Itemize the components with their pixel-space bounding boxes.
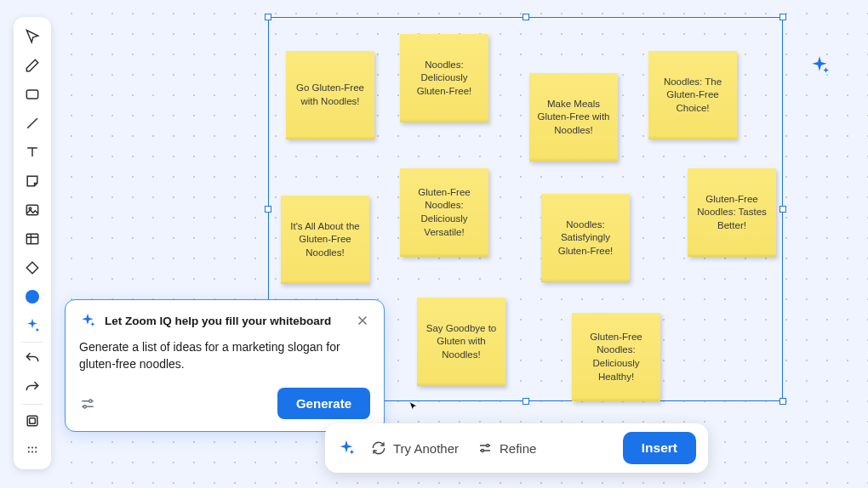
undo-icon — [24, 350, 41, 367]
line-tool[interactable] — [17, 109, 48, 138]
svg-rect-3 — [26, 234, 37, 244]
svg-rect-5 — [30, 418, 36, 424]
sticky-note[interactable]: Make Meals Gluten-Free with Noodles! — [529, 73, 618, 162]
sticky-note[interactable]: Gluten-Free Noodles: Deliciously Healthy… — [572, 313, 660, 401]
resize-handle-ml[interactable] — [265, 206, 271, 213]
pointer-icon — [24, 28, 41, 45]
more-icon — [24, 441, 41, 458]
svg-point-10 — [31, 451, 33, 453]
svg-point-8 — [35, 447, 37, 449]
rectangle-icon — [24, 86, 41, 103]
rectangle-tool[interactable] — [17, 80, 48, 109]
svg-point-6 — [28, 447, 30, 449]
ai-prompt-text[interactable]: Generate a list of ideas for a marketing… — [79, 339, 370, 372]
pencil-tool[interactable] — [17, 51, 48, 80]
svg-point-14 — [486, 445, 488, 447]
resize-handle-tm[interactable] — [523, 14, 529, 20]
refine-button[interactable]: Refine — [474, 435, 540, 461]
tool-toolbar — [14, 17, 51, 469]
diamond-icon — [24, 259, 41, 276]
ai-sparkle-indicator[interactable] — [808, 54, 831, 80]
sliders-icon — [477, 440, 493, 456]
image-icon — [24, 201, 41, 218]
svg-point-15 — [481, 450, 483, 452]
separator — [22, 404, 43, 405]
sticky-text: Noodles: Satisfyingly Gluten-Free! — [548, 218, 623, 258]
ai-action-bar: Try Another Refine Insert — [325, 423, 708, 473]
sticky-note[interactable]: Say Goodbye to Gluten with Noodles! — [417, 298, 505, 386]
undo-tool[interactable] — [17, 344, 48, 373]
sparkle-icon — [808, 54, 831, 77]
sticky-text: Make Meals Gluten-Free with Noodles! — [536, 98, 611, 138]
sparkle-icon — [337, 439, 356, 457]
generate-button[interactable]: Generate — [277, 388, 370, 419]
resize-handle-mr[interactable] — [779, 206, 786, 213]
sticky-text: Gluten-Free Noodles: Tastes Better! — [694, 193, 769, 233]
sticky-text: Gluten-Free Noodles: Deliciously Healthy… — [579, 331, 654, 383]
settings-icon[interactable] — [79, 395, 96, 412]
refresh-icon — [371, 440, 386, 456]
sticky-note[interactable]: Noodles: Deliciously Gluten-Free! — [400, 34, 488, 122]
text-tool[interactable] — [17, 138, 48, 167]
svg-point-13 — [83, 405, 86, 407]
fill-color-tool[interactable] — [17, 282, 48, 311]
redo-icon — [24, 379, 41, 396]
sparkle-icon — [24, 317, 41, 334]
sticky-note[interactable]: Gluten-Free Noodles: Tastes Better! — [688, 168, 776, 257]
frame-tool[interactable] — [17, 406, 48, 435]
table-icon — [24, 230, 41, 247]
svg-rect-1 — [26, 205, 37, 215]
sticky-text: Noodles: Deliciously Gluten-Free! — [407, 59, 482, 99]
color-dot-icon — [26, 290, 39, 304]
svg-point-11 — [35, 451, 37, 453]
sticky-tool[interactable] — [17, 167, 48, 196]
sticky-note[interactable]: Noodles: The Gluten-Free Choice! — [648, 51, 737, 139]
redo-tool[interactable] — [17, 373, 48, 402]
diamond-tool[interactable] — [17, 253, 48, 282]
image-tool[interactable] — [17, 196, 48, 224]
pencil-icon — [24, 57, 41, 74]
try-another-button[interactable]: Try Another — [368, 435, 462, 461]
more-tool[interactable] — [17, 435, 48, 464]
svg-point-9 — [28, 451, 30, 453]
frame-icon — [24, 412, 41, 429]
ai-panel-title: Let Zoom IQ help you fill your whiteboar… — [105, 315, 346, 327]
insert-button[interactable]: Insert — [623, 432, 696, 464]
pointer-tool[interactable] — [17, 22, 48, 51]
text-icon — [24, 144, 41, 161]
sparkle-icon — [79, 312, 96, 329]
try-another-label: Try Another — [393, 441, 459, 456]
sticky-note[interactable]: Gluten-Free Noodles: Deliciously Versati… — [400, 168, 488, 257]
line-icon — [24, 115, 41, 132]
sticky-icon — [24, 173, 41, 190]
sticky-note[interactable]: Noodles: Satisfyingly Gluten-Free! — [541, 194, 630, 282]
svg-point-12 — [89, 400, 92, 402]
sticky-text: Gluten-Free Noodles: Deliciously Versati… — [407, 186, 482, 239]
ai-assist-panel: Let Zoom IQ help you fill your whiteboar… — [65, 299, 385, 432]
resize-handle-bm[interactable] — [523, 398, 529, 405]
sticky-text: Noodles: The Gluten-Free Choice! — [655, 76, 730, 116]
sticky-text: Say Goodbye to Gluten with Noodles! — [424, 322, 499, 362]
svg-point-7 — [31, 447, 33, 449]
refine-label: Refine — [500, 441, 536, 456]
resize-handle-tr[interactable] — [779, 14, 786, 20]
sticky-text: Go Gluten-Free with Noodles! — [293, 82, 368, 108]
sticky-note[interactable]: Go Gluten-Free with Noodles! — [286, 51, 374, 139]
svg-rect-0 — [26, 90, 37, 99]
table-tool[interactable] — [17, 224, 48, 253]
resize-handle-tl[interactable] — [265, 14, 271, 20]
sticky-note[interactable]: It's All About the Gluten-Free Noodles! — [281, 196, 369, 284]
close-icon[interactable] — [355, 313, 370, 328]
cursor-icon — [408, 400, 420, 412]
resize-handle-br[interactable] — [779, 398, 786, 405]
sticky-text: It's All About the Gluten-Free Noodles! — [288, 220, 363, 260]
separator — [22, 342, 43, 343]
ai-tool[interactable] — [17, 311, 48, 340]
